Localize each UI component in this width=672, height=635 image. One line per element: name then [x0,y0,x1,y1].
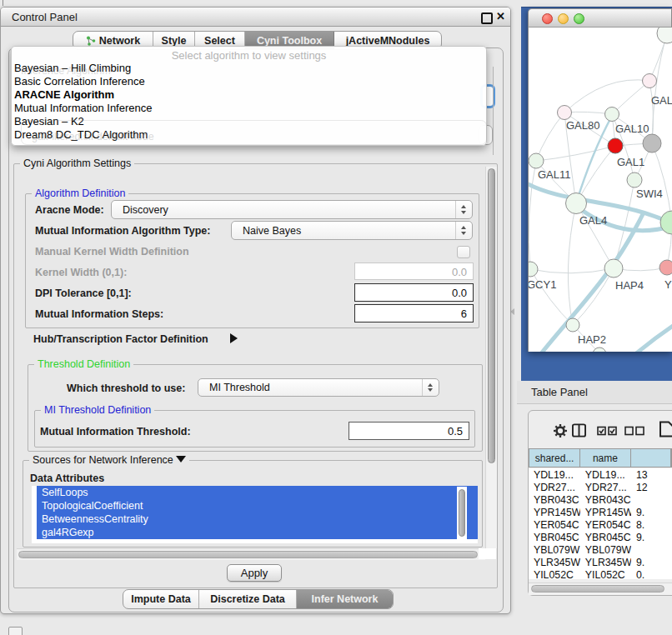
manual-kernel-label: Manual Kernel Width Definition [35,246,189,258]
network-edge[interactable] [576,203,614,268]
document-icon[interactable] [659,421,672,438]
hub-definition-expander[interactable]: Hub/Transcription Factor Definition [33,333,208,345]
node-swi4[interactable] [627,172,642,188]
sources-group-title: Sources for Network Inference [29,454,189,466]
node-gal4[interactable] [566,193,587,214]
which-threshold-select[interactable]: MI Threshold [198,378,439,397]
table-row[interactable]: YBL079WYBL079W [529,543,672,556]
network-edge[interactable] [652,34,667,143]
node-gal10[interactable] [605,108,619,122]
network-edge[interactable] [530,268,614,273]
table-hscroll-thumb[interactable] [531,585,664,592]
network-edge[interactable] [612,81,649,114]
gear-icon[interactable] [554,424,567,438]
minimize-window-icon[interactable] [558,13,569,24]
kernel-width-label: Kernel Width (0,1): [35,267,127,278]
settings-hscroll-thumb[interactable] [18,551,478,558]
table-row[interactable]: YBR045CYBR045C9. [529,531,672,543]
node-gcy1[interactable] [529,262,538,277]
network-canvas[interactable]: GAL7GAL80GAL10GAL1GAL11SWI4GAL4GCY1HAP4Y… [528,28,672,352]
aracne-mode-select[interactable]: Discovery [111,200,473,219]
table-row[interactable]: YDR27...YDR27...12 [529,481,672,493]
float-panel-icon[interactable] [481,12,493,24]
close-panel-icon[interactable]: ✕ [496,10,505,22]
network-edge[interactable] [635,324,672,352]
close-window-icon[interactable] [542,13,553,24]
manual-kernel-checkbox[interactable] [457,246,470,258]
attribute-item[interactable]: SelfLoops [32,486,478,499]
splitpane-collapse-icon[interactable] [510,308,514,315]
mi-type-select[interactable]: Naive Bayes [231,221,473,240]
table-cell: YDL19... [529,469,580,481]
attr-scroll-thumb[interactable] [459,489,465,537]
network-edge[interactable] [536,146,615,161]
tab-discretize-data[interactable]: Discretize Data [199,590,297,608]
split-columns-icon[interactable] [572,423,586,438]
table-cell: YBR045C [580,532,631,543]
table-hscrollbar[interactable] [529,582,672,595]
control-panel-titlebar[interactable]: Control Panel ✕ [1,8,510,27]
table-row[interactable]: YDL19...YDL19...13 [529,468,672,481]
deselect-all-checkboxes-icon[interactable] [624,426,646,436]
kernel-width-field[interactable]: 0.0 [354,262,474,280]
which-threshold-value: MI Threshold [209,382,270,393]
tab-impute-data[interactable]: Impute Data [123,590,199,608]
table-cell: YBR043C [580,494,631,506]
attribute-item[interactable]: TopologicalCoefficient [32,499,478,512]
mi-steps-label: Mutual Information Steps: [35,308,163,320]
node-label-gal11: GAL11 [538,168,571,181]
table-panel-title: Table Panel [531,386,588,398]
table-panel-titlebar[interactable]: Table Panel [517,381,672,404]
table-cell: YBL079W [580,544,631,556]
node-hap4[interactable] [604,259,623,278]
zoom-window-icon[interactable] [574,13,584,24]
table-body: YDL19...YDL19...13YDR27...YDR27...12YBR0… [529,468,672,579]
network-edge[interactable] [529,161,536,269]
network-edge[interactable] [573,268,614,325]
network-edge[interactable] [564,80,649,112]
settings-vscrollbar[interactable] [485,167,497,548]
table-row[interactable]: YER054CYER054C8. [529,518,672,531]
node-gray[interactable] [643,134,661,152]
table-row[interactable]: YIL052CYIL052C0. [529,568,672,579]
dpi-tolerance-field[interactable]: 0.0 [354,283,474,302]
attribute-item[interactable]: gal4RGexp [32,526,478,539]
table-cell: YIL052C [580,569,631,580]
table-row[interactable]: YPR145WYPR145W9. [529,506,672,518]
mi-threshold-field[interactable]: 0.5 [349,422,469,440]
algorithm-option[interactable]: Mutual Information Inference [12,102,486,115]
network-edge[interactable] [614,180,634,268]
algorithm-option[interactable]: ARACNE Algorithm [12,88,486,102]
node-salmon[interactable] [659,260,672,275]
tab-infer-network[interactable]: Infer Network [297,590,393,608]
node-gal1[interactable] [608,138,623,153]
expander-arrow-right-icon[interactable] [230,333,238,343]
table-row[interactable]: YLR345WYLR345W9. [529,556,672,568]
mi-steps-field[interactable]: 6 [354,304,474,322]
node-gal80[interactable] [558,106,572,120]
network-edge[interactable] [652,143,672,222]
column-header-name[interactable]: name [580,449,630,467]
select-all-checkboxes-icon[interactable] [597,426,619,436]
table-row[interactable]: YBR043CYBR043C [529,493,672,506]
network-edge[interactable] [568,203,576,325]
attribute-item[interactable]: BetweennessCentrality [32,512,478,526]
settings-vscroll-thumb[interactable] [488,168,495,463]
aracne-mode-label: Aracne Mode: [35,204,104,216]
column-header-shared...[interactable]: shared... [529,449,580,467]
network-edge[interactable] [536,112,564,161]
table-cell: YER054C [580,519,631,531]
node-partial-topright[interactable] [657,28,672,43]
settings-hscrollbar[interactable] [17,548,485,560]
column-header-hidden[interactable] [631,449,671,467]
network-window-titlebar[interactable] [528,8,672,28]
node-gal7[interactable] [643,74,657,88]
algorithm-option[interactable]: Basic Correlation Inference [12,75,486,88]
node-hap2[interactable] [566,318,579,332]
table-cell: YDR27... [529,482,580,493]
mini-grip[interactable] [8,627,23,635]
tick-mark [3,0,3,6]
node-gal11[interactable] [529,153,544,168]
data-attributes-list[interactable]: SelfLoopsTopologicalCoefficientBetweenne… [32,486,478,543]
apply-button[interactable]: Apply [227,564,282,582]
